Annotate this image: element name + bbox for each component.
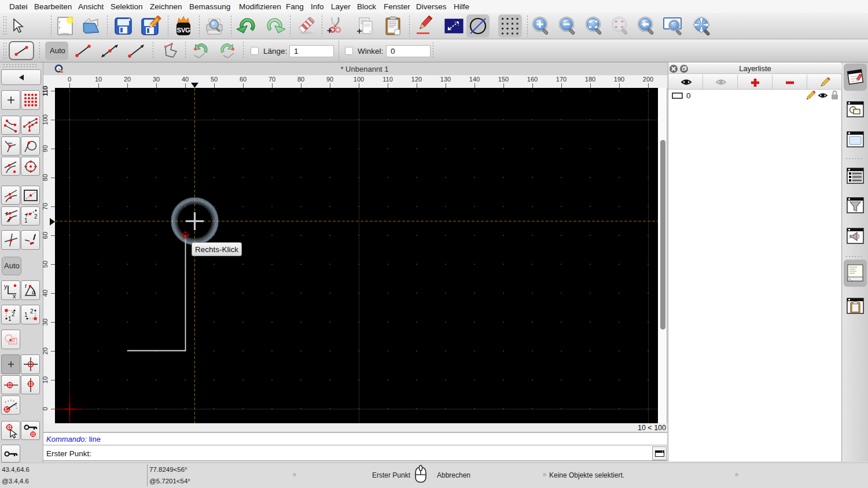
svg-text:1: 1	[24, 312, 28, 318]
svg-text:2: 2	[34, 213, 38, 220]
svg-text:1: 1	[24, 217, 28, 224]
svg-text:y: y	[4, 283, 8, 290]
svg-text:>_: >_	[849, 278, 853, 281]
svg-text:r: r	[25, 282, 27, 289]
svg-text:2: 2	[30, 308, 34, 315]
svg-text:a: a	[32, 289, 36, 295]
svg-text:SVG: SVG	[177, 27, 190, 34]
svg-text:x: x	[13, 293, 16, 298]
svg-text:2: 2	[12, 311, 15, 317]
